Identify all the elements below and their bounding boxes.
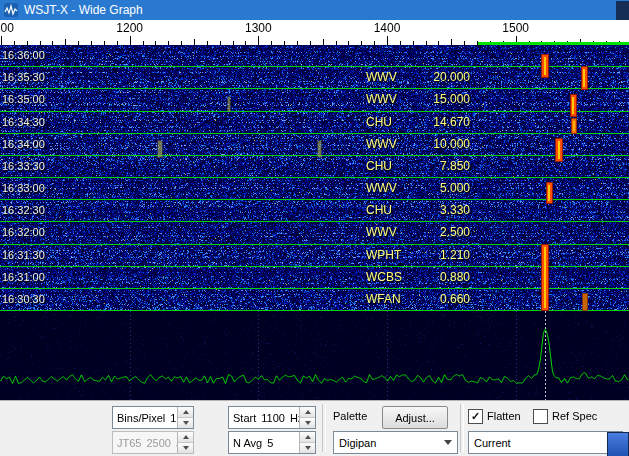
adjust-button[interactable]: Adjust...: [382, 406, 448, 429]
control-panel: Bins/Pixel 1 Start 1100 Hz Palette Adjus…: [0, 400, 629, 456]
waterfall-time-label: 16:34:30: [2, 116, 45, 128]
spinner-buttons[interactable]: [299, 432, 315, 453]
titlebar[interactable]: WSJT-X - Wide Graph: [0, 0, 629, 20]
background-window-fragment-top: [616, 1, 629, 20]
palette-combobox[interactable]: Digipan: [333, 431, 458, 454]
station-name: WWV: [366, 137, 397, 151]
flatten-checkbox[interactable]: ✓ Flatten: [468, 409, 521, 423]
n-avg-label: N Avg: [233, 437, 262, 449]
chevron-down-icon: [305, 446, 311, 450]
station-annotation: WPHT1.210: [366, 248, 470, 262]
chevron-down-icon: [183, 421, 189, 425]
station-frequency: 0.880: [440, 270, 470, 284]
station-frequency: 1.210: [440, 248, 470, 262]
split-prefix: JT65: [117, 437, 141, 449]
waterfall-time-label: 16:33:00: [2, 182, 45, 194]
spin-up-button: [178, 432, 193, 442]
freq-tick-label: 1400: [374, 21, 401, 35]
spin-up-button[interactable]: [300, 432, 315, 442]
station-name: CHU: [366, 115, 392, 129]
palette-label: Palette: [333, 410, 367, 422]
station-name: WWV: [366, 92, 397, 106]
waterfall-time-label: 16:33:30: [2, 160, 45, 172]
station-annotation: WWV5.000: [366, 181, 470, 195]
station-annotation: WWV15.000: [366, 92, 470, 106]
station-name: WWV: [366, 225, 397, 239]
window-title: WSJT-X - Wide Graph: [24, 3, 143, 17]
chevron-up-icon: [305, 435, 311, 439]
chevron-up-icon: [183, 410, 189, 414]
spin-down-button[interactable]: [300, 442, 315, 453]
spinner-buttons[interactable]: [299, 407, 315, 428]
station-frequency: 15.000: [433, 92, 470, 106]
chevron-up-icon: [183, 435, 189, 439]
waterfall-time-label: 16:31:00: [2, 271, 45, 283]
station-name: CHU: [366, 203, 392, 217]
app-icon: [4, 3, 18, 17]
ruler-ticks-canvas: [0, 20, 629, 45]
station-frequency: 3.330: [440, 203, 470, 217]
station-name: CHU: [366, 159, 392, 173]
spectrum-type-combobox[interactable]: Current: [468, 431, 623, 454]
station-annotation: CHU14.670: [366, 115, 470, 129]
wide-graph-window: WSJT-X - Wide Graph 11001200130014001500…: [0, 0, 629, 456]
station-frequency: 0.660: [440, 292, 470, 306]
station-frequency: 7.850: [440, 159, 470, 173]
station-name: WWV: [366, 181, 397, 195]
bins-per-pixel-spinner[interactable]: Bins/Pixel 1: [112, 406, 194, 429]
waterfall-canvas[interactable]: [0, 45, 629, 311]
station-name: WCBS: [366, 270, 402, 284]
freq-tick-label: 1300: [245, 21, 272, 35]
jt65-jt9-split-spinner: JT65 2500 JT9: [112, 431, 194, 454]
start-freq-spinner[interactable]: Start 1100 Hz: [228, 406, 316, 429]
chevron-down-icon: [444, 440, 452, 445]
waterfall-time-label: 16:34:00: [2, 138, 45, 150]
spin-down-button[interactable]: [300, 417, 315, 428]
frequency-ruler[interactable]: 11001200130014001500: [0, 20, 629, 45]
flatten-label: Flatten: [487, 410, 521, 422]
panel-separator: [322, 404, 326, 452]
spectrum-type-value: Current: [474, 437, 511, 449]
freq-tick-label: 1100: [0, 21, 14, 35]
panel-separator: [460, 404, 464, 452]
spectrum-canvas[interactable]: [0, 311, 629, 400]
waterfall-time-label: 16:31:30: [2, 249, 45, 261]
chevron-down-icon: [305, 421, 311, 425]
spin-down-button[interactable]: [178, 417, 193, 428]
spectrum-plot[interactable]: [0, 311, 629, 400]
start-value: 1100: [261, 412, 285, 424]
freq-tick-label: 1500: [502, 21, 529, 35]
station-frequency: 20.000: [433, 70, 470, 84]
checkbox-box[interactable]: ✓: [533, 409, 548, 424]
station-annotation: WWV10.000: [366, 137, 470, 151]
station-annotation: WWV2.500: [366, 225, 470, 239]
freq-tick-label: 1200: [116, 21, 143, 35]
start-label: Start: [233, 412, 256, 424]
station-frequency: 2.500: [440, 225, 470, 239]
station-annotation: CHU7.850: [366, 159, 470, 173]
station-frequency: 14.670: [433, 115, 470, 129]
checkbox-box[interactable]: ✓: [468, 409, 483, 424]
bins-per-pixel-label: Bins/Pixel: [117, 412, 165, 424]
ref-spec-label: Ref Spec: [552, 410, 597, 422]
chevron-up-icon: [305, 410, 311, 414]
palette-combobox-value: Digipan: [339, 437, 376, 449]
bins-per-pixel-value: 1: [170, 412, 176, 424]
waterfall-time-label: 16:30:30: [2, 293, 45, 305]
spin-up-button[interactable]: [178, 407, 193, 417]
waterfall-time-label: 16:36:00: [2, 49, 45, 61]
background-window-fragment-bottom: [607, 432, 629, 456]
n-avg-spinner[interactable]: N Avg 5: [228, 431, 316, 454]
station-name: WFAN: [366, 292, 401, 306]
station-name: WPHT: [366, 248, 401, 262]
spinner-buttons: [177, 432, 193, 453]
waterfall-display[interactable]: 16:36:0016:35:30WWV20.00016:35:00WWV15.0…: [0, 45, 629, 311]
spinner-buttons[interactable]: [177, 407, 193, 428]
waterfall-time-label: 16:35:00: [2, 93, 45, 105]
ref-spec-checkbox[interactable]: ✓ Ref Spec: [533, 409, 597, 423]
start-suffix: Hz: [290, 412, 299, 424]
check-icon: ✓: [471, 411, 480, 422]
spin-up-button[interactable]: [300, 407, 315, 417]
waterfall-time-label: 16:32:00: [2, 226, 45, 238]
station-annotation: WFAN0.660: [366, 292, 470, 306]
